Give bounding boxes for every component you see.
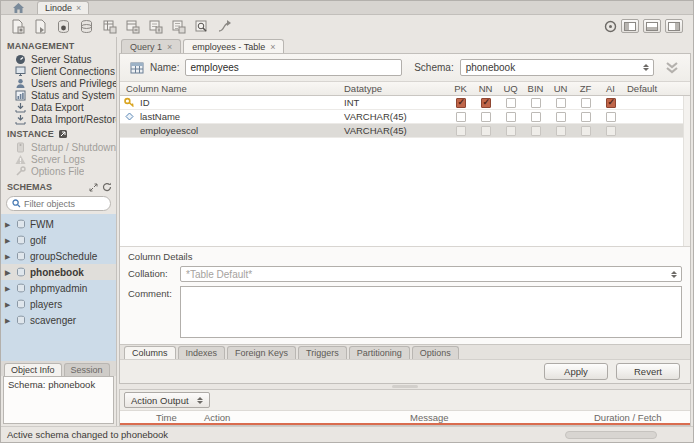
uq-checkbox[interactable] (506, 112, 516, 122)
header-datatype[interactable]: Datatype (344, 83, 448, 94)
nn-checkbox[interactable] (481, 126, 491, 136)
sidebar-item-server-logs[interactable]: Server Logs (1, 153, 116, 165)
bin-checkbox[interactable] (531, 112, 541, 122)
tab-object-info[interactable]: Object Info (4, 363, 62, 376)
sidebar-item-status-system-variables[interactable]: Status and System Variables (1, 89, 116, 101)
un-checkbox[interactable] (556, 98, 566, 108)
horizontal-scrollbar-thumb[interactable] (565, 431, 657, 439)
zf-checkbox[interactable] (581, 112, 591, 122)
sidebar-item-data-export[interactable]: Data Export (1, 101, 116, 113)
grid-empty-area[interactable] (120, 138, 690, 246)
pk-checkbox[interactable] (456, 112, 466, 122)
header-column-name[interactable]: Column Name (120, 83, 344, 94)
connection-tab-close-icon[interactable]: × (76, 3, 81, 13)
schema-item-golf[interactable]: ▶ golf (1, 232, 116, 248)
un-checkbox[interactable] (556, 126, 566, 136)
create-view-icon[interactable] (122, 18, 142, 35)
sidebar-item-startup-shutdown[interactable]: Startup / Shutdown (1, 141, 116, 153)
spinner-icon[interactable] (195, 397, 206, 404)
ai-checkbox[interactable] (606, 98, 616, 108)
expander-icon[interactable]: ▶ (5, 253, 12, 260)
apply-button[interactable]: Apply (544, 363, 608, 380)
sidebar-item-client-connections[interactable]: Client Connections (1, 65, 116, 77)
bin-checkbox[interactable] (531, 98, 541, 108)
tab-close-icon[interactable]: × (167, 42, 172, 52)
header-pk[interactable]: PK (448, 83, 473, 94)
expander-icon[interactable]: ▶ (5, 285, 12, 292)
schema-item-players[interactable]: ▶ players (1, 296, 116, 312)
sidebar-item-options-file[interactable]: Options File (1, 165, 116, 177)
open-sql-script-icon[interactable] (30, 18, 50, 35)
header-message[interactable]: Message (410, 412, 594, 423)
schema-item-phpmyadmin[interactable]: ▶ phpmyadmin (1, 280, 116, 296)
tab-options[interactable]: Options (412, 346, 459, 359)
ai-checkbox[interactable] (606, 112, 616, 122)
sidebar-item-users-privileges[interactable]: Users and Privileges (1, 77, 116, 89)
grid-vertical-scrollbar[interactable] (683, 96, 690, 246)
action-output-select[interactable]: Action Output (124, 392, 210, 408)
schema-filter-input[interactable] (24, 199, 104, 209)
uq-checkbox[interactable] (506, 98, 516, 108)
header-nn[interactable]: NN (473, 83, 498, 94)
schema-item-groupschedule[interactable]: ▶ groupSchedule (1, 248, 116, 264)
connection-tab[interactable]: Linode × (37, 1, 89, 14)
tab-columns[interactable]: Columns (124, 346, 176, 359)
ai-checkbox[interactable] (606, 126, 616, 136)
pk-checkbox[interactable] (456, 126, 466, 136)
schema-select[interactable]: phonebook (460, 59, 654, 76)
refresh-schemas-icon[interactable] (102, 182, 112, 192)
tab-indexes[interactable]: Indexes (178, 346, 226, 359)
uq-checkbox[interactable] (506, 126, 516, 136)
collation-select[interactable]: *Table Default* (180, 266, 682, 282)
expander-icon[interactable]: ▶ (5, 237, 12, 244)
sidebar-item-data-import-restore[interactable]: Data Import/Restore (1, 113, 116, 125)
header-ai[interactable]: AI (598, 83, 623, 94)
create-function-icon[interactable] (168, 18, 188, 35)
schema-item-phonebook[interactable]: ▶ phonebook (1, 264, 116, 280)
spinner-icon[interactable] (668, 271, 679, 278)
header-un[interactable]: UN (548, 83, 573, 94)
reconnect-icon[interactable] (214, 18, 234, 35)
header-zf[interactable]: ZF (573, 83, 598, 94)
schema-item-fwm[interactable]: ▶ FWM (1, 216, 116, 232)
tab-query-1[interactable]: Query 1 × (121, 39, 181, 53)
header-time[interactable]: Time (156, 412, 204, 423)
table-name-input[interactable] (185, 59, 402, 76)
nn-checkbox[interactable] (481, 112, 491, 122)
header-action[interactable]: Action (204, 412, 410, 423)
zf-checkbox[interactable] (581, 98, 591, 108)
new-sql-tab-icon[interactable] (7, 18, 27, 35)
home-tab-button[interactable] (7, 1, 29, 14)
column-row-employeescol[interactable]: employeescol VARCHAR(45) (120, 124, 690, 138)
expander-icon[interactable]: ▶ (5, 301, 12, 308)
create-routine-icon[interactable] (145, 18, 165, 35)
create-table-icon[interactable] (99, 18, 119, 35)
column-row-id[interactable]: ID INT (120, 96, 690, 110)
expander-icon[interactable]: ▶ (5, 221, 12, 228)
search-data-icon[interactable] (191, 18, 211, 35)
zf-checkbox[interactable] (581, 126, 591, 136)
revert-button[interactable]: Revert (616, 363, 680, 380)
header-uq[interactable]: UQ (498, 83, 523, 94)
spinner-icon[interactable] (640, 64, 651, 71)
collapse-header-icon[interactable] (664, 61, 680, 75)
schema-filter[interactable] (6, 196, 111, 211)
nn-checkbox[interactable] (481, 98, 491, 108)
toggle-left-panel-button[interactable] (621, 19, 639, 33)
header-default[interactable]: Default (623, 83, 690, 94)
create-schema-icon[interactable] (76, 18, 96, 35)
toggle-bottom-panel-button[interactable] (643, 19, 661, 33)
header-bin[interactable]: BIN (523, 83, 548, 94)
expand-panel-icon[interactable] (89, 183, 98, 192)
tab-triggers[interactable]: Triggers (298, 346, 347, 359)
pk-checkbox[interactable] (456, 98, 466, 108)
un-checkbox[interactable] (556, 112, 566, 122)
column-row-lastname[interactable]: lastName VARCHAR(45) (120, 110, 690, 124)
status-clock-icon[interactable] (604, 20, 617, 33)
sidebar-item-server-status[interactable]: Server Status (1, 53, 116, 65)
expander-icon[interactable]: ▶ (5, 269, 12, 276)
toggle-right-panel-button[interactable] (665, 19, 683, 33)
tab-employees-table[interactable]: employees - Table × (183, 39, 284, 53)
bin-checkbox[interactable] (531, 126, 541, 136)
header-duration-fetch[interactable]: Duration / Fetch (594, 412, 690, 423)
